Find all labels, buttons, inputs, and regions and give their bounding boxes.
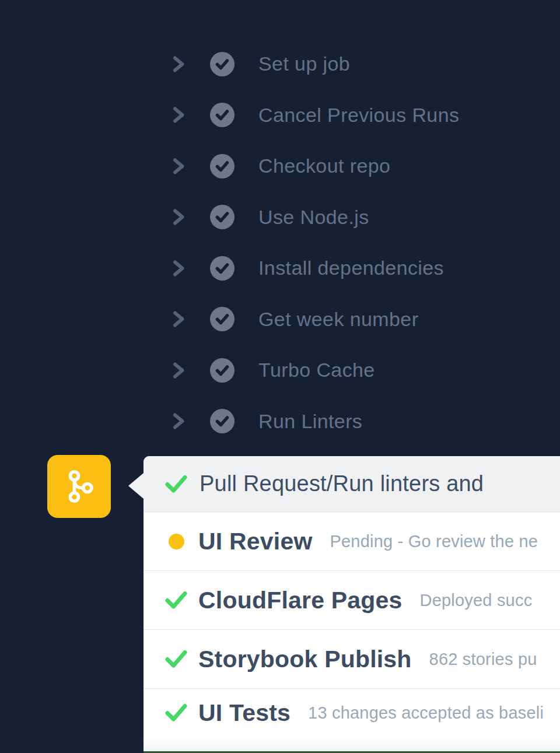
step-row-run-linters[interactable]: Run Linters bbox=[172, 396, 459, 447]
popup-footer bbox=[144, 737, 560, 751]
step-row-install-dependencies[interactable]: Install dependencies bbox=[172, 243, 459, 294]
chevron-right-icon bbox=[172, 260, 186, 277]
step-row-cancel-previous-runs[interactable]: Cancel Previous Runs bbox=[172, 90, 459, 141]
workflow-badge bbox=[47, 455, 111, 518]
check-detail: Pending - Go review the ne bbox=[330, 532, 538, 551]
pending-dot-icon bbox=[169, 534, 184, 549]
popup-header: Pull Request/Run linters and bbox=[144, 456, 560, 512]
step-label: Get week number bbox=[258, 308, 418, 331]
success-check-icon bbox=[164, 703, 188, 723]
status-checks-popup: Pull Request/Run linters and UI Review P… bbox=[144, 456, 560, 753]
success-check-icon bbox=[164, 649, 188, 669]
success-check-icon bbox=[164, 590, 188, 610]
step-label: Cancel Previous Runs bbox=[258, 104, 459, 127]
chevron-right-icon bbox=[172, 412, 186, 430]
check-row-ui-review: UI Review Pending - Go review the ne bbox=[144, 512, 560, 570]
step-row-checkout-repo[interactable]: Checkout repo bbox=[172, 141, 459, 192]
step-row-get-week-number[interactable]: Get week number bbox=[172, 294, 459, 345]
chevron-right-icon bbox=[172, 362, 186, 379]
check-title: UI Tests bbox=[198, 699, 290, 727]
check-circle-icon bbox=[210, 205, 235, 229]
step-row-use-nodejs[interactable]: Use Node.js bbox=[172, 192, 459, 243]
check-detail: 13 changes accepted as baseli bbox=[308, 703, 544, 723]
step-row-set-up-job[interactable]: Set up job bbox=[172, 38, 459, 90]
git-merge-icon bbox=[60, 467, 99, 506]
chevron-right-icon bbox=[172, 310, 186, 328]
check-row-storybook-publish: Storybook Publish 862 stories pu bbox=[144, 629, 560, 688]
check-circle-icon bbox=[210, 307, 235, 331]
success-check-icon bbox=[164, 474, 188, 494]
check-circle-icon bbox=[210, 154, 235, 178]
step-label: Run Linters bbox=[258, 410, 362, 433]
check-detail: Deployed succ bbox=[420, 591, 533, 610]
step-label: Checkout repo bbox=[258, 155, 390, 177]
chevron-right-icon bbox=[172, 106, 186, 124]
check-row-cloudflare-pages: CloudFlare Pages Deployed succ bbox=[144, 570, 560, 629]
chevron-right-icon bbox=[172, 55, 186, 73]
workflow-steps-list: Set up job Cancel Previous Runs Checkout… bbox=[172, 38, 459, 447]
check-circle-icon bbox=[210, 409, 235, 433]
step-label: Set up job bbox=[258, 52, 350, 75]
check-detail: 862 stories pu bbox=[429, 650, 537, 669]
popup-header-label: Pull Request/Run linters and bbox=[200, 471, 484, 496]
check-row-ui-tests: UI Tests 13 changes accepted as baseli bbox=[144, 688, 560, 737]
step-label: Install dependencies bbox=[258, 257, 444, 279]
step-row-turbo-cache[interactable]: Turbo Cache bbox=[172, 345, 459, 396]
chevron-right-icon bbox=[172, 157, 186, 175]
popup-arrow bbox=[128, 473, 144, 499]
check-circle-icon bbox=[210, 358, 235, 383]
check-title: Storybook Publish bbox=[198, 646, 412, 673]
check-title: CloudFlare Pages bbox=[198, 587, 402, 614]
workflow-run-screen: { "colors": { "background": "#172032", "… bbox=[0, 0, 560, 753]
step-label: Turbo Cache bbox=[258, 359, 375, 381]
check-circle-icon bbox=[210, 256, 235, 281]
chevron-right-icon bbox=[172, 208, 186, 226]
check-circle-icon bbox=[210, 103, 235, 127]
check-circle-icon bbox=[210, 52, 235, 76]
check-title: UI Review bbox=[198, 528, 313, 555]
step-label: Use Node.js bbox=[258, 206, 369, 229]
